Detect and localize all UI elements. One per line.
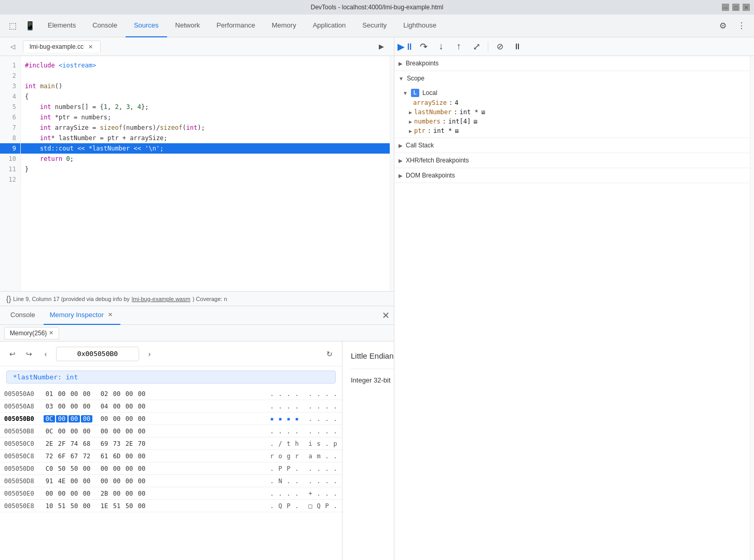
- mem-byte[interactable]: 00: [136, 465, 147, 472]
- mem-byte-highlighted[interactable]: 00: [56, 415, 67, 422]
- bottom-tab-console[interactable]: Console: [4, 306, 42, 325]
- mem-byte[interactable]: 00: [68, 390, 80, 398]
- mem-byte[interactable]: 00: [136, 428, 147, 435]
- tab-elements[interactable]: Elements: [39, 15, 84, 37]
- mem-byte[interactable]: 2E: [124, 440, 135, 447]
- mem-byte[interactable]: 69: [99, 440, 110, 447]
- code-content[interactable]: #include <iostream> int main() { int num…: [21, 56, 390, 291]
- scope-var-arraysize[interactable]: arraySize : 4: [394, 98, 750, 107]
- tab-performance[interactable]: Performance: [208, 15, 263, 37]
- run-snippet-button[interactable]: ▶: [373, 38, 390, 55]
- mem-byte[interactable]: 00: [99, 415, 110, 422]
- more-menu-button[interactable]: ⋮: [733, 18, 750, 34]
- mem-byte[interactable]: 00: [124, 403, 135, 410]
- mem-byte[interactable]: 00: [111, 477, 122, 485]
- mem-byte[interactable]: 50: [68, 502, 80, 510]
- tab-memory[interactable]: Memory: [264, 15, 305, 37]
- mem-byte[interactable]: 00: [81, 465, 92, 472]
- mem-byte[interactable]: 00: [81, 428, 92, 435]
- mem-byte-highlighted[interactable]: 00: [68, 415, 80, 422]
- mem-byte[interactable]: 00: [124, 453, 135, 460]
- mem-byte[interactable]: 68: [81, 440, 92, 447]
- breakpoints-header[interactable]: ▶ Breakpoints: [394, 56, 750, 71]
- mem-byte[interactable]: 70: [136, 440, 147, 447]
- tab-network[interactable]: Network: [167, 15, 209, 37]
- mem-byte[interactable]: 50: [124, 502, 135, 510]
- mem-byte[interactable]: 0C: [44, 428, 55, 435]
- memory-forward-button[interactable]: ↪: [23, 348, 35, 360]
- mem-byte-highlighted[interactable]: 0C: [44, 415, 55, 422]
- tab-application[interactable]: Application: [305, 15, 354, 37]
- mem-byte-highlighted[interactable]: 00: [81, 415, 92, 422]
- mem-byte[interactable]: 00: [124, 490, 135, 497]
- mem-byte[interactable]: 00: [68, 477, 80, 485]
- mem-byte[interactable]: 00: [136, 453, 147, 460]
- mem-byte[interactable]: 2E: [44, 440, 55, 447]
- mem-byte[interactable]: 51: [56, 502, 67, 510]
- mem-byte[interactable]: 00: [44, 490, 55, 497]
- mem-byte[interactable]: 02: [99, 390, 110, 398]
- mem-byte[interactable]: 00: [111, 415, 122, 422]
- mem-byte[interactable]: 04: [99, 403, 110, 410]
- mem-byte[interactable]: 00: [111, 490, 122, 497]
- step-into-button[interactable]: ↓: [434, 39, 448, 54]
- mem-byte[interactable]: C0: [44, 465, 55, 472]
- call-stack-header[interactable]: ▶ Call Stack: [394, 138, 750, 153]
- mem-byte[interactable]: 00: [81, 477, 92, 485]
- mem-byte[interactable]: 6D: [111, 453, 122, 460]
- mem-byte[interactable]: 2B: [99, 490, 110, 497]
- mem-byte[interactable]: 00: [56, 390, 67, 398]
- mem-byte[interactable]: 00: [136, 390, 147, 398]
- mem-byte[interactable]: 00: [136, 502, 147, 510]
- scope-var-lastnumber[interactable]: ▶ lastNumber : int * 🖥: [394, 107, 750, 117]
- mem-byte[interactable]: 00: [81, 502, 92, 510]
- mem-byte[interactable]: 00: [111, 403, 122, 410]
- mem-byte[interactable]: 10: [44, 502, 55, 510]
- mem-byte[interactable]: 72: [81, 453, 92, 460]
- mem-byte[interactable]: 51: [111, 502, 122, 510]
- tab-lighthouse[interactable]: Lighthouse: [395, 15, 445, 37]
- resume-button[interactable]: ▶⏸: [399, 39, 413, 54]
- device-toggle-button[interactable]: 📱: [22, 18, 38, 34]
- editor-scrollbar[interactable]: [390, 56, 394, 291]
- mem-byte[interactable]: 01: [44, 390, 55, 398]
- step-out-button[interactable]: ↑: [451, 39, 466, 54]
- mem-byte[interactable]: 00: [56, 428, 67, 435]
- mem-byte[interactable]: 61: [99, 453, 110, 460]
- memory-back-button[interactable]: ↩: [6, 348, 19, 360]
- mem-byte[interactable]: 72: [44, 453, 55, 460]
- debug-scrollbar[interactable]: [750, 56, 754, 560]
- scope-var-numbers[interactable]: ▶ numbers : int[4] 🖥: [394, 117, 750, 126]
- mem-byte[interactable]: 00: [124, 477, 135, 485]
- mem-byte[interactable]: 4E: [56, 477, 67, 485]
- select-tool-button[interactable]: ⬚: [4, 18, 21, 34]
- memory-inspector-tab-close[interactable]: ✕: [107, 311, 114, 319]
- mem-byte[interactable]: 00: [124, 465, 135, 472]
- scope-var-ptr[interactable]: ▶ ptr : int * 🖥: [394, 126, 750, 135]
- settings-button[interactable]: ⚙: [715, 18, 731, 34]
- mem-byte[interactable]: 00: [111, 465, 122, 472]
- mem-byte[interactable]: 00: [68, 428, 80, 435]
- file-tab[interactable]: lmi-bug-example.cc ✕: [23, 40, 101, 52]
- bottom-panel-close-button[interactable]: ✕: [382, 310, 390, 321]
- xhr-header[interactable]: ▶ XHR/fetch Breakpoints: [394, 153, 750, 168]
- mem-byte[interactable]: 00: [136, 490, 147, 497]
- mem-byte[interactable]: 73: [111, 440, 122, 447]
- dom-header[interactable]: ▶ DOM Breakpoints: [394, 168, 750, 183]
- mem-byte[interactable]: 03: [44, 403, 55, 410]
- file-tab-close-button[interactable]: ✕: [87, 43, 94, 50]
- minimize-button[interactable]: —: [722, 4, 729, 11]
- memory-next-button[interactable]: ›: [143, 348, 156, 360]
- mem-byte[interactable]: 00: [68, 490, 80, 497]
- pause-on-exceptions-button[interactable]: ⏸: [510, 39, 525, 54]
- mem-byte[interactable]: 00: [56, 403, 67, 410]
- deactivate-button[interactable]: ⊘: [492, 39, 507, 54]
- mem-byte[interactable]: 74: [68, 440, 80, 447]
- mem-byte[interactable]: 00: [136, 415, 147, 422]
- mem-byte[interactable]: 2F: [56, 440, 67, 447]
- tab-sources[interactable]: Sources: [126, 15, 167, 37]
- memory-256-tab[interactable]: Memory(256) ✕: [4, 327, 59, 339]
- step-over-button[interactable]: ↷: [416, 39, 431, 54]
- local-group-header[interactable]: ▼ L Local: [394, 88, 750, 98]
- mem-byte[interactable]: 67: [68, 453, 80, 460]
